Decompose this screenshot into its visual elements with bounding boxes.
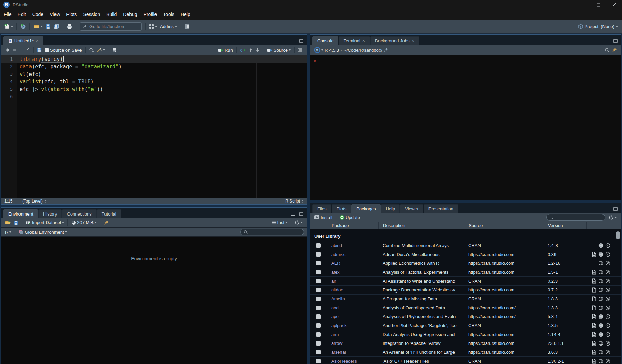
refresh-packages-button[interactable] [607,214,618,221]
package-checkbox[interactable] [316,288,321,292]
package-checkbox[interactable] [316,279,321,283]
column-header-package[interactable]: Package [327,222,378,229]
package-name-link[interactable]: Amelia [331,296,345,301]
package-checkbox[interactable] [316,243,321,248]
panes-layout-button[interactable] [183,23,191,30]
addins-button[interactable]: Addins [159,23,178,30]
remove-package-icon[interactable] [605,287,610,292]
globe-icon[interactable] [598,323,604,328]
package-checkbox[interactable] [316,350,321,354]
goto-file-input[interactable]: Go to file/function [80,22,142,31]
doc-icon[interactable] [592,278,596,284]
remove-package-icon[interactable] [605,314,610,319]
go-to-directory-icon[interactable] [384,48,389,52]
package-name-link[interactable]: abind [331,243,342,248]
memory-usage-button[interactable]: 207 MiB [70,219,98,226]
column-header-source[interactable]: Source [464,222,544,229]
globe-icon[interactable] [598,305,604,310]
remove-package-icon[interactable] [605,359,610,364]
remove-package-icon[interactable] [605,296,610,301]
doc-icon[interactable] [592,252,596,257]
remove-package-icon[interactable] [605,278,610,284]
menu-plots[interactable]: Plots [63,10,80,20]
remove-package-icon[interactable] [605,341,610,346]
menu-build[interactable]: Build [103,10,120,20]
packages-search-input[interactable] [546,214,605,221]
menu-help[interactable]: Help [177,10,194,20]
globe-icon[interactable] [598,243,604,248]
tab-packages[interactable]: Packages [351,204,381,213]
package-checkbox[interactable] [316,359,321,363]
package-checkbox[interactable] [316,332,321,337]
code-line-2[interactable]: 2data(efc, package = "datawizard") [1,63,307,70]
console-output[interactable]: > [310,55,621,200]
print-button[interactable] [65,23,74,30]
r-version-menu[interactable]: R [313,46,325,54]
code-line-3[interactable]: 3vl(efc) [1,70,307,78]
package-checkbox[interactable] [316,306,321,310]
package-checkbox[interactable] [316,252,321,257]
tab-tutorial[interactable]: Tutorial [97,209,121,218]
package-name-link[interactable]: aod [331,305,339,310]
package-name-link[interactable]: arm [331,332,339,337]
update-packages-button[interactable]: Update [338,214,361,221]
environment-search-input[interactable] [240,229,304,235]
package-name-link[interactable]: admisc [331,252,345,257]
doc-icon[interactable] [592,305,596,310]
project-menu-button[interactable]: Project: (None) [576,23,619,30]
globe-icon[interactable] [598,296,604,301]
tab-help[interactable]: Help [381,204,400,213]
save-button[interactable] [44,23,52,30]
close-tab-icon[interactable]: × [411,39,414,42]
package-checkbox[interactable] [316,314,321,319]
addins-grid-button[interactable] [148,23,159,30]
globe-icon[interactable] [598,350,604,355]
package-checkbox[interactable] [316,323,321,328]
go-to-previous-button[interactable] [247,47,254,53]
clear-objects-button[interactable] [102,219,110,226]
menu-code[interactable]: Code [29,10,47,20]
package-name-link[interactable]: AER [331,261,340,266]
package-name-link[interactable]: arsenal [331,350,346,355]
code-line-5[interactable]: 5efc |> vl(starts_with("e")) [1,86,307,93]
package-name-link[interactable]: aplpack [331,323,347,328]
save-workspace-button[interactable] [12,219,20,226]
remove-package-icon[interactable] [605,305,610,310]
forward-button[interactable] [11,47,19,53]
column-header-version[interactable]: Version [544,222,586,229]
code-line-6[interactable]: 6 [1,93,307,101]
save-all-button[interactable] [52,23,61,30]
remove-package-icon[interactable] [605,252,610,257]
tab-untitled1[interactable]: R Untitled1* × [3,36,43,45]
minimize-pane-button[interactable] [291,39,295,43]
menu-profile[interactable]: Profile [140,10,160,20]
maximize-pane-button[interactable] [613,207,618,211]
language-selector[interactable]: R [4,229,13,236]
tab-plots[interactable]: Plots [332,204,351,213]
remove-package-icon[interactable] [605,243,610,248]
open-file-button[interactable] [32,23,44,30]
minimize-pane-button[interactable] [605,207,609,211]
load-workspace-button[interactable] [4,219,12,226]
environment-scope-selector[interactable]: Global Environment [17,229,68,236]
globe-icon[interactable] [598,332,604,337]
tab-connections[interactable]: Connections [62,209,96,218]
package-name-link[interactable]: altdoc [331,287,343,292]
scope-selector[interactable]: (Top Level) [22,199,46,204]
scrollbar-thumb[interactable] [616,231,620,239]
menu-file[interactable]: File [1,10,15,20]
code-line-1[interactable]: 1library(spicy) [1,55,307,63]
code-editor[interactable]: 1library(spicy)2data(efc, package = "dat… [1,55,307,198]
rerun-button[interactable] [239,47,247,53]
source-button[interactable]: Source [265,47,292,54]
document-outline-button[interactable] [297,47,304,53]
remove-package-icon[interactable] [605,332,610,337]
globe-icon[interactable] [598,252,604,257]
maximize-window-button[interactable] [590,0,606,10]
remove-package-icon[interactable] [605,323,610,328]
tab-background-jobs[interactable]: Background Jobs× [370,36,419,45]
tab-viewer[interactable]: Viewer [400,204,423,213]
globe-icon[interactable] [598,278,604,284]
save-document-button[interactable] [36,47,43,53]
maximize-pane-button[interactable] [299,212,303,216]
